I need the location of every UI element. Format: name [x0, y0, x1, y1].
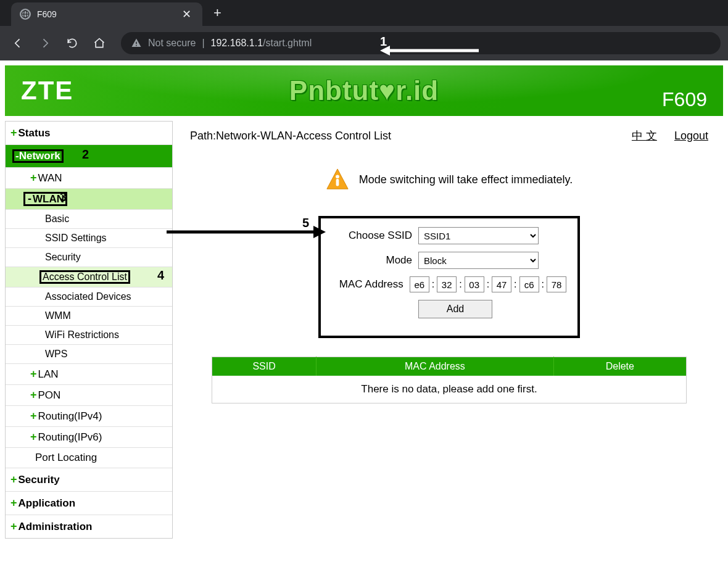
mode-label: Mode — [332, 254, 412, 267]
breadcrumb: Path:Network-WLAN-Access Control List — [190, 130, 614, 143]
back-button[interactable] — [7, 33, 28, 54]
mac-inputs: : : : : : — [410, 276, 566, 292]
sidebar-item-wmm[interactable]: WMM — [6, 307, 172, 326]
warning-icon — [131, 38, 142, 49]
col-mac: MAC Address — [316, 357, 554, 376]
sidebar-item-ssid-settings[interactable]: SSID Settings — [6, 229, 172, 248]
sidebar-item-pon[interactable]: +PON — [6, 385, 172, 406]
mac-octet-6[interactable] — [547, 276, 566, 292]
sidebar-item-wlan[interactable]: -WLAN 3 — [6, 189, 172, 210]
mac-octet-2[interactable] — [437, 276, 457, 292]
svg-point-8 — [336, 175, 339, 178]
not-secure-label: Not secure — [148, 38, 196, 49]
tab-title: F609 — [37, 9, 180, 19]
mac-octet-4[interactable] — [492, 276, 511, 292]
ssid-select[interactable]: SSID1 — [418, 227, 539, 244]
logout-link[interactable]: Logout — [674, 130, 708, 143]
new-tab-button[interactable]: + — [213, 5, 221, 21]
globe-icon — [20, 9, 31, 20]
header-banner: ZTE Pnbtut♥r.id F609 — [5, 65, 723, 116]
info-notice: Mode switching will take effect immediat… — [190, 168, 708, 191]
tab-bar: F609 ✕ + — [0, 0, 728, 26]
sidebar-item-security-cat[interactable]: +Security — [6, 468, 172, 492]
nav-bar: Not secure | 192.168.1.1/start.ghtml — [0, 26, 728, 60]
sidebar-item-security[interactable]: Security — [6, 248, 172, 267]
sidebar-item-administration[interactable]: +Administration — [6, 515, 172, 538]
sidebar-item-status[interactable]: +Status — [6, 122, 172, 145]
sidebar-item-wifi-restrictions[interactable]: WiFi Restrictions — [6, 326, 172, 345]
notice-text: Mode switching will take effect immediat… — [359, 173, 573, 186]
mac-label: MAC Address — [332, 278, 403, 291]
sidebar-item-assoc[interactable]: Associated Devices — [6, 288, 172, 307]
sidebar-item-wps[interactable]: WPS — [6, 345, 172, 364]
address-bar[interactable]: Not secure | 192.168.1.1/start.ghtml — [121, 32, 721, 54]
info-icon — [326, 168, 349, 191]
empty-row: There is no data, please add one first. — [212, 376, 687, 403]
sidebar-item-lan[interactable]: +LAN — [6, 364, 172, 385]
acl-form: Choose SSID SSID1 Mode Block MAC Address… — [318, 216, 580, 338]
svg-rect-3 — [136, 42, 137, 44]
sidebar-item-wan[interactable]: +WAN — [6, 168, 172, 189]
svg-rect-4 — [136, 45, 137, 46]
sidebar-item-routing-ipv4[interactable]: +Routing(IPv4) — [6, 406, 172, 427]
content-pane: Path:Network-WLAN-Access Control List 中 … — [173, 121, 723, 539]
url-text: 192.168.1.1/start.ghtml — [211, 38, 312, 49]
annotation-arrow-5 — [167, 225, 327, 239]
home-button[interactable] — [89, 33, 110, 54]
annotation-2: 2 — [82, 147, 89, 162]
annotation-4: 4 — [157, 268, 164, 283]
acl-table: SSID MAC Address Delete There is no data… — [212, 357, 687, 403]
col-delete: Delete — [553, 357, 686, 376]
watermark-text: Pnbtut♥r.id — [289, 75, 439, 106]
mac-octet-3[interactable] — [465, 276, 484, 292]
language-link[interactable]: 中 文 — [632, 128, 657, 143]
sidebar-item-acl[interactable]: Access Control List 4 — [6, 267, 172, 288]
close-icon[interactable]: ✕ — [180, 6, 194, 22]
breadcrumb-row: Path:Network-WLAN-Access Control List 中 … — [190, 126, 708, 149]
browser-tab[interactable]: F609 ✕ — [11, 2, 202, 26]
add-button[interactable]: Add — [418, 300, 492, 318]
sidebar-item-routing-ipv6[interactable]: +Routing(IPv6) — [6, 427, 172, 448]
ssid-label: Choose SSID — [332, 230, 412, 242]
mac-octet-1[interactable] — [410, 276, 429, 292]
browser-chrome: F609 ✕ + Not secure | 192.168.1.1/start.… — [0, 0, 728, 60]
sidebar-item-basic[interactable]: Basic — [6, 210, 172, 229]
sidebar-item-port-locating[interactable]: Port Locating — [6, 448, 172, 468]
forward-button[interactable] — [35, 33, 56, 54]
sidebar-item-network[interactable]: -Network 2 — [6, 145, 172, 168]
svg-rect-9 — [336, 179, 339, 186]
brand-logo: ZTE — [21, 76, 73, 105]
reload-button[interactable] — [62, 33, 83, 54]
mode-select[interactable]: Block — [418, 252, 539, 269]
col-ssid: SSID — [212, 357, 316, 376]
mac-octet-5[interactable] — [519, 276, 539, 292]
sidebar-item-application[interactable]: +Application — [6, 492, 172, 515]
page-body: ZTE Pnbtut♥r.id F609 +Status -Network 2 … — [0, 60, 728, 544]
model-label: F609 — [662, 88, 707, 116]
main-layout: +Status -Network 2 +WAN -WLAN 3 Basic SS… — [5, 121, 723, 539]
sidebar: +Status -Network 2 +WAN -WLAN 3 Basic SS… — [5, 121, 173, 539]
annotation-5: 5 — [302, 216, 309, 230]
